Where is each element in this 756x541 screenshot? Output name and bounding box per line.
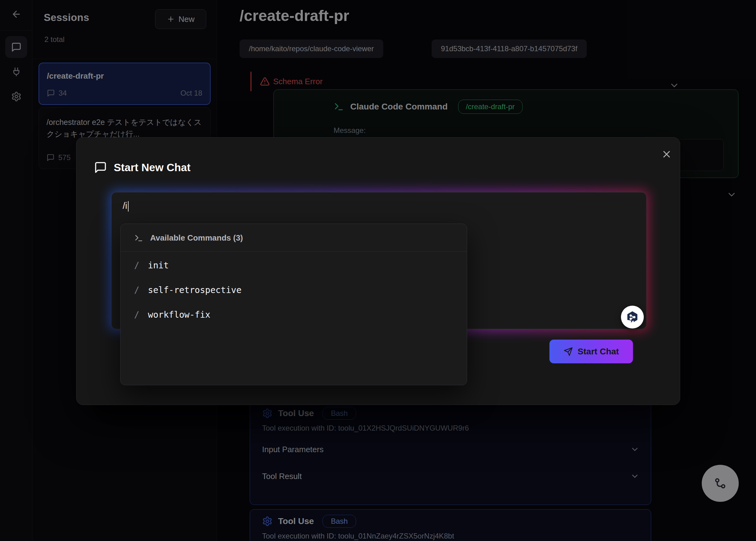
start-new-chat-modal: Start New Chat /i xyxy=(76,137,680,405)
command-option-init[interactable]: / init xyxy=(121,253,467,277)
app-root: Sessions New 2 total /create-draft-pr 34… xyxy=(0,0,756,541)
modal-title: Start New Chat xyxy=(114,161,190,174)
command-name: init xyxy=(148,260,169,270)
start-chat-label: Start Chat xyxy=(578,347,619,356)
command-name: self-retrospective xyxy=(148,285,241,295)
commands-dropdown: Available Commands (3) / init / self-ret… xyxy=(120,224,467,385)
close-button[interactable] xyxy=(658,146,675,163)
close-icon xyxy=(661,149,672,160)
message-input-value: /i xyxy=(123,201,127,211)
claude-logo-button[interactable] xyxy=(621,306,644,328)
command-prefix: / xyxy=(134,310,139,320)
dropdown-divider xyxy=(121,252,467,252)
command-option-workflow-fix[interactable]: / workflow-fix xyxy=(121,302,467,327)
terminal-icon xyxy=(134,234,143,243)
start-chat-button[interactable]: Start Chat xyxy=(550,339,633,363)
commands-dropdown-heading: Available Commands (3) xyxy=(150,233,243,243)
hexagon-chat-logo-icon xyxy=(625,310,639,324)
chat-bubble-icon xyxy=(94,161,107,174)
command-name: workflow-fix xyxy=(148,310,210,320)
command-prefix: / xyxy=(134,260,139,270)
text-caret xyxy=(128,201,129,212)
command-prefix: / xyxy=(134,285,139,295)
send-icon xyxy=(564,347,573,356)
command-option-self-retrospective[interactable]: / self-retrospective xyxy=(121,277,467,302)
